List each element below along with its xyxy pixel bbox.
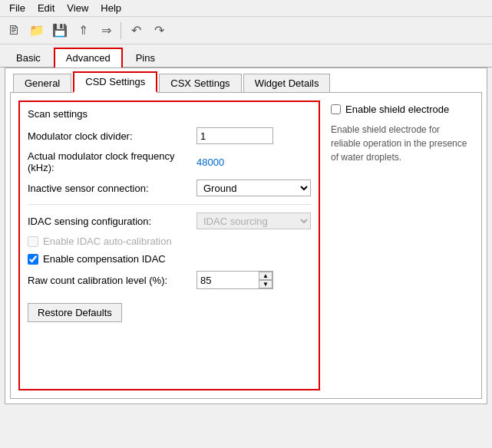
menu-edit[interactable]: Edit xyxy=(31,1,61,15)
enable-comp-label: Enable compensation IDAC xyxy=(43,253,166,265)
tab-bar-level1: Basic Advanced Pins xyxy=(0,44,492,68)
menubar: File Edit View Help xyxy=(0,0,492,17)
tab-pins[interactable]: Pins xyxy=(124,48,167,67)
spinner-buttons: ▲ ▼ xyxy=(259,272,272,288)
save-button[interactable]: 💾 xyxy=(49,20,71,41)
export2-button[interactable]: ⇒ xyxy=(95,20,117,41)
inactive-sensor-label: Inactive sensor connection: xyxy=(28,183,196,194)
enable-shield-checkbox[interactable] xyxy=(331,104,341,114)
main-content: Scan settings Modulator clock divider: A… xyxy=(10,92,482,399)
enable-comp-row: Enable compensation IDAC xyxy=(28,253,311,265)
tab-bar-level2: General CSD Settings CSX Settings Widget… xyxy=(5,68,487,92)
undo-button[interactable]: ↶ xyxy=(125,20,147,41)
modulator-clock-label: Modulator clock divider: xyxy=(28,130,196,142)
enable-shield-label: Enable shield electrode xyxy=(345,104,449,115)
inactive-sensor-row: Inactive sensor connection: Ground Shiel… xyxy=(28,180,311,196)
modulator-clock-input[interactable] xyxy=(196,127,273,144)
menu-help[interactable]: Help xyxy=(94,1,127,15)
tab-csx-settings[interactable]: CSX Settings xyxy=(159,74,241,92)
raw-count-label: Raw count calibration level (%): xyxy=(28,275,196,286)
tab-advanced[interactable]: Advanced xyxy=(54,48,123,68)
actual-freq-value: 48000 xyxy=(196,156,224,168)
spinner-up-button[interactable]: ▲ xyxy=(259,272,272,280)
shield-description: Enable shield electrode for reliable ope… xyxy=(331,123,471,164)
scan-settings-title: Scan settings xyxy=(28,108,311,120)
enable-auto-label: Enable IDAC auto-calibration xyxy=(43,236,172,247)
raw-count-input[interactable] xyxy=(197,272,259,288)
toolbar: 🖹 📁 💾 ⇑ ⇒ ↶ ↷ xyxy=(0,17,492,44)
export-button[interactable]: ⇑ xyxy=(72,20,94,41)
tab-basic[interactable]: Basic xyxy=(5,48,52,67)
open-button[interactable]: 📁 xyxy=(26,20,48,41)
new-button[interactable]: 🖹 xyxy=(3,20,25,41)
enable-comp-checkbox[interactable] xyxy=(28,254,38,265)
right-panel: Enable shield electrode Enable shield el… xyxy=(328,100,474,390)
redo-button[interactable]: ↷ xyxy=(148,20,170,41)
actual-freq-row: Actual modulator clock frequency (kHz): … xyxy=(28,150,311,173)
section-divider xyxy=(28,204,311,205)
enable-shield-row: Enable shield electrode xyxy=(331,104,471,115)
idac-config-row: IDAC sensing configuration: IDAC sourcin… xyxy=(28,212,311,229)
enable-auto-row: Enable IDAC auto-calibration xyxy=(28,236,311,247)
enable-auto-checkbox xyxy=(28,236,38,247)
raw-count-spinner: ▲ ▼ xyxy=(196,271,273,289)
tab-general[interactable]: General xyxy=(13,74,71,92)
raw-count-row: Raw count calibration level (%): ▲ ▼ xyxy=(28,271,311,289)
inactive-sensor-select[interactable]: Ground Shield Hi-Z Last used (inactive) xyxy=(196,180,311,196)
toolbar-separator xyxy=(121,22,121,39)
idac-config-label: IDAC sensing configuration: xyxy=(28,216,196,227)
tab-csd-settings[interactable]: CSD Settings xyxy=(73,71,157,93)
actual-freq-label: Actual modulator clock frequency (kHz): xyxy=(28,150,196,173)
left-panel: Scan settings Modulator clock divider: A… xyxy=(18,100,320,390)
menu-view[interactable]: View xyxy=(61,1,94,15)
restore-defaults-button[interactable]: Restore Defaults xyxy=(28,303,122,322)
spinner-down-button[interactable]: ▼ xyxy=(259,280,272,288)
idac-config-select: IDAC sourcing xyxy=(196,212,311,229)
menu-file[interactable]: File xyxy=(3,1,31,15)
tab-widget-details[interactable]: Widget Details xyxy=(243,74,331,92)
modulator-clock-row: Modulator clock divider: xyxy=(28,127,311,144)
